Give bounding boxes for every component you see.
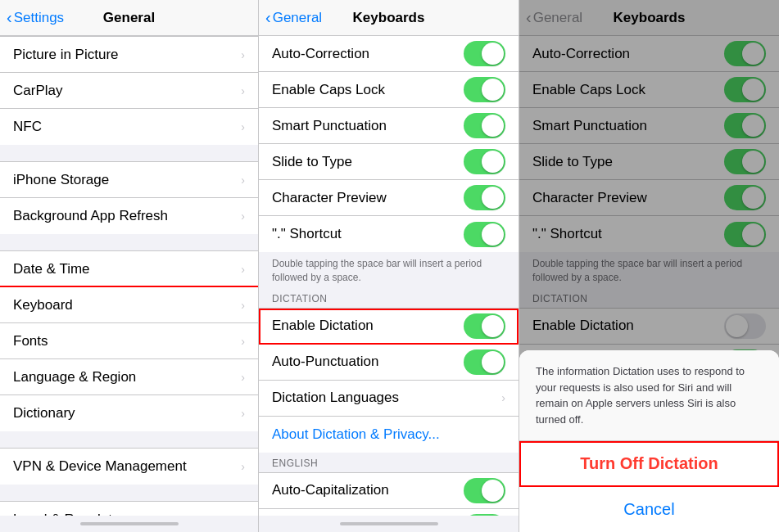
left-scroll-area: Picture in Picture › CarPlay › NFC › iPh…: [0, 36, 258, 516]
cell-label: NFC: [13, 119, 238, 135]
home-bar-line: [340, 522, 438, 525]
list-item[interactable]: Predictive Text: [259, 509, 519, 516]
toggle-thumb: [482, 351, 504, 373]
cell-label: Enable Caps Lock: [272, 82, 464, 98]
toggle-thumb: [482, 79, 504, 101]
list-item[interactable]: Dictation Languages ›: [259, 381, 519, 417]
turn-off-dictation-button[interactable]: Turn Off Dictation: [519, 441, 779, 487]
auto-punctuation-toggle[interactable]: [464, 349, 505, 375]
chevron-right-icon: ›: [241, 460, 245, 473]
list-item[interactable]: Auto-Correction: [259, 36, 519, 72]
modal-sheet: The information Dictation uses to respon…: [519, 350, 779, 532]
toggle-thumb: [482, 151, 504, 173]
caps-lock-toggle[interactable]: [464, 77, 505, 102]
shortcut-toggle[interactable]: [464, 222, 505, 247]
toggle-thumb: [482, 480, 504, 502]
left-nav-back-label: Settings: [14, 10, 64, 26]
chevron-right-icon: ›: [241, 407, 245, 420]
chevron-right-icon: ›: [501, 391, 505, 404]
mid-group-dictation: Enable Dictation Auto-Punctuation Dictat…: [259, 308, 519, 453]
cell-label: Auto-Capitalization: [272, 482, 464, 498]
list-item[interactable]: Smart Punctuation: [259, 108, 519, 144]
list-item[interactable]: Dictionary ›: [0, 395, 258, 431]
list-item[interactable]: CarPlay ›: [0, 73, 258, 109]
cell-label: CarPlay: [13, 83, 238, 99]
cell-label: Dictation Languages: [272, 390, 498, 406]
cell-label: Enable Dictation: [272, 318, 464, 334]
right-panel: ‹ General Keyboards Auto-Correction Enab…: [519, 0, 779, 532]
back-chevron-icon: ‹: [265, 9, 271, 25]
chevron-right-icon: ›: [241, 120, 245, 133]
mid-group-english: Auto-Capitalization Predictive Text Show…: [259, 472, 519, 516]
list-item[interactable]: Date & Time ›: [0, 251, 258, 287]
list-item[interactable]: Fonts ›: [0, 323, 258, 359]
list-item[interactable]: Auto-Capitalization: [259, 473, 519, 509]
list-item[interactable]: Slide to Type: [259, 144, 519, 180]
home-bar-line: [80, 522, 179, 525]
auto-correction-toggle[interactable]: [464, 41, 505, 66]
chevron-right-icon: ›: [241, 84, 245, 97]
cell-label: Character Preview: [272, 190, 464, 206]
list-item[interactable]: "." Shortcut: [259, 216, 519, 252]
mid-nav-back[interactable]: ‹ General: [265, 10, 322, 26]
cell-label: Fonts: [13, 333, 238, 349]
list-item[interactable]: Background App Refresh ›: [0, 198, 258, 234]
cell-label: Dictionary: [13, 405, 238, 422]
list-item[interactable]: Auto-Punctuation: [259, 345, 519, 381]
enable-dictation-toggle[interactable]: [464, 313, 505, 339]
chevron-right-icon: ›: [241, 174, 245, 187]
list-item[interactable]: Character Preview: [259, 180, 519, 216]
chevron-right-icon: ›: [241, 335, 245, 348]
chevron-right-icon: ›: [241, 263, 245, 276]
cell-label: Date & Time: [13, 261, 238, 277]
left-nav-bar: ‹ Settings General: [0, 0, 258, 36]
left-group-dates: Date & Time › Keyboard › Fonts › Languag…: [0, 250, 258, 431]
list-item[interactable]: About Dictation & Privacy...: [259, 417, 519, 453]
list-item[interactable]: Language & Region ›: [0, 359, 258, 395]
cell-label: Legal & Regulatory: [13, 512, 238, 516]
character-preview-toggle[interactable]: [464, 185, 505, 210]
cell-label: Auto-Punctuation: [272, 354, 464, 370]
cell-label: iPhone Storage: [13, 172, 238, 188]
auto-cap-toggle[interactable]: [464, 478, 505, 503]
chevron-right-icon: ›: [241, 371, 245, 384]
list-item[interactable]: NFC ›: [0, 109, 258, 145]
slide-to-type-toggle[interactable]: [464, 149, 505, 174]
cell-label: "." Shortcut: [272, 226, 464, 242]
cell-label: About Dictation & Privacy...: [272, 426, 505, 443]
enable-dictation-cell[interactable]: Enable Dictation: [259, 309, 519, 345]
left-nav-back[interactable]: ‹ Settings: [7, 10, 64, 26]
sidebar-item-keyboard[interactable]: Keyboard ›: [0, 287, 258, 323]
space-bar-note: Double tapping the space bar will insert…: [259, 252, 519, 288]
home-bar: [259, 516, 519, 532]
chevron-right-icon: ›: [241, 299, 245, 312]
cancel-button[interactable]: Cancel: [519, 487, 779, 532]
toggle-thumb: [482, 43, 504, 65]
chevron-right-icon: ›: [241, 513, 245, 516]
cell-label: Picture in Picture: [13, 47, 238, 63]
toggle-thumb: [482, 187, 504, 209]
list-item[interactable]: iPhone Storage ›: [0, 162, 258, 198]
list-item[interactable]: Legal & Regulatory ›: [0, 502, 258, 516]
cell-label: Language & Region: [13, 369, 238, 385]
list-item[interactable]: VPN & Device Management ›: [0, 449, 258, 485]
list-item[interactable]: Picture in Picture ›: [0, 37, 258, 73]
cell-label: VPN & Device Management: [13, 458, 238, 475]
modal-overlay: The information Dictation uses to respon…: [519, 0, 779, 532]
smart-punctuation-toggle[interactable]: [464, 113, 505, 138]
left-nav-title: General: [103, 10, 155, 26]
cell-label: Smart Punctuation: [272, 118, 464, 134]
mid-nav-title: Keyboards: [353, 10, 425, 26]
chevron-right-icon: ›: [241, 48, 245, 61]
predictive-toggle[interactable]: [464, 514, 505, 516]
mid-panel: ‹ General Keyboards Auto-Correction Enab…: [259, 0, 519, 532]
toggle-thumb: [482, 223, 504, 246]
modal-message: The information Dictation uses to respon…: [519, 350, 779, 441]
chevron-right-icon: ›: [241, 210, 245, 223]
cell-label: Background App Refresh: [13, 208, 238, 224]
english-header: ENGLISH: [259, 453, 519, 472]
list-item[interactable]: Enable Caps Lock: [259, 72, 519, 108]
mid-nav-back-label: General: [273, 10, 322, 26]
toggle-thumb: [482, 115, 504, 137]
left-group-top: Picture in Picture › CarPlay › NFC ›: [0, 36, 258, 145]
